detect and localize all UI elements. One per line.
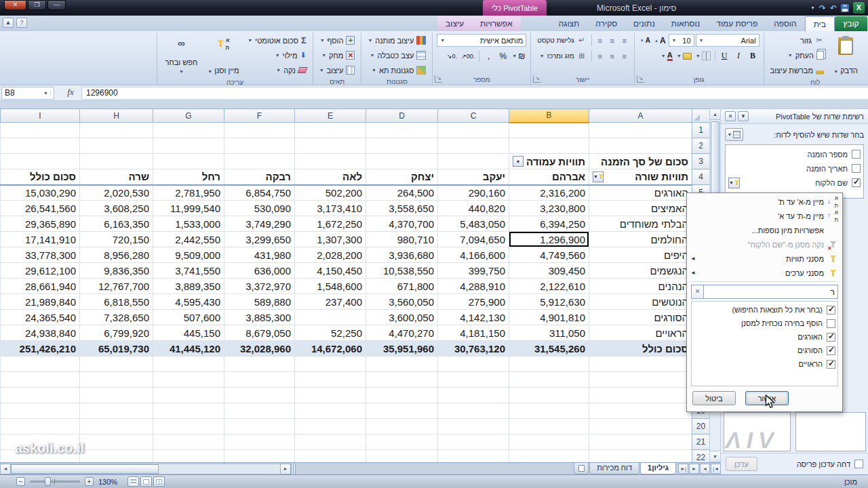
cell-I2[interactable] <box>1 138 80 154</box>
column-header-E[interactable]: E <box>295 109 366 123</box>
cell-B19[interactable] <box>509 403 589 419</box>
cell-H16[interactable] <box>80 357 153 372</box>
cancel-button[interactable]: ביטול <box>692 391 736 405</box>
field-checkbox-1[interactable] <box>852 164 861 173</box>
tab-view[interactable]: תצוגה <box>551 16 588 31</box>
row-labels-area-box[interactable] <box>795 412 866 451</box>
tab-review[interactable]: סקירה <box>587 16 625 31</box>
scroll-left-button[interactable]: ◄ <box>0 464 11 474</box>
column-labels-filter-button[interactable]: ▼ <box>513 156 524 167</box>
cell-H3[interactable] <box>80 154 153 169</box>
cell-E10[interactable]: 4,150,450 <box>295 263 366 279</box>
tab-scroll-next[interactable]: ► <box>689 464 699 474</box>
tab-scroll-first[interactable]: |◄ <box>711 464 721 474</box>
cell-E17[interactable] <box>295 372 366 388</box>
cell-D4[interactable]: יצחק <box>366 169 438 185</box>
cell-C18[interactable] <box>438 388 509 403</box>
cell-D3[interactable] <box>366 154 438 169</box>
cell-H10[interactable]: 9,836,350 <box>80 263 153 279</box>
cell-E6[interactable]: 3,173,410 <box>295 201 366 216</box>
insert-cells-button[interactable]: +הוסף▼ <box>317 34 357 47</box>
cell-B5[interactable]: 2,316,200 <box>509 185 589 201</box>
percent-style-button[interactable]: % <box>496 49 509 62</box>
checklist-checkbox-1[interactable] <box>827 319 835 328</box>
checklist-item-1[interactable]: הוסף בחירה נוכחית למסנן <box>694 317 835 330</box>
cell-E22[interactable] <box>295 450 366 463</box>
tab-file[interactable]: קובץ <box>835 16 867 31</box>
column-header-F[interactable]: F <box>224 109 295 123</box>
close-button[interactable]: ✕ <box>4 0 26 10</box>
zoom-out-button[interactable]: − <box>16 477 25 486</box>
column-header-C[interactable]: C <box>438 109 509 123</box>
menu-item-sort-z-to-a[interactable]: את↑מיין מ-ת' עד א' <box>688 209 841 223</box>
cell-D15[interactable]: 35,951,960 <box>366 341 438 357</box>
find-select-button[interactable]: ∞ חפש ובחר ▼ <box>161 34 201 77</box>
fill-button[interactable]: ⬇מילוי▼ <box>245 49 308 62</box>
tab-page-layout[interactable]: פריסת עמוד <box>708 16 766 31</box>
field-item-1[interactable]: תאריך הזמנה <box>728 161 861 176</box>
cell-G11[interactable]: 3,889,350 <box>153 279 224 294</box>
cell-H18[interactable] <box>80 388 153 403</box>
cell-G3[interactable] <box>153 154 224 169</box>
cell-F7[interactable]: 3,749,290 <box>224 216 295 232</box>
cell-A1[interactable] <box>589 123 692 138</box>
cell-H6[interactable]: 3,608,250 <box>80 201 153 216</box>
font-color-button[interactable]: A▼ <box>660 49 674 62</box>
cell-I10[interactable]: 29,612,100 <box>1 263 80 279</box>
cell-C3[interactable] <box>438 154 509 169</box>
menu-item-label-filters[interactable]: מסנני תוויות◄ <box>688 251 841 266</box>
cell-A19[interactable] <box>589 403 692 419</box>
undo-button[interactable]: ↶ <box>830 4 837 12</box>
cell-E12[interactable]: 237,400 <box>295 294 366 310</box>
zoom-level[interactable]: 130% <box>98 478 117 486</box>
clear-search-icon[interactable]: ✕ <box>691 285 704 299</box>
menu-item-value-filters[interactable]: מסנני ערכים◄ <box>688 266 841 280</box>
cell-D8[interactable]: 980,710 <box>366 232 438 247</box>
comma-style-button[interactable]: , <box>482 49 495 62</box>
restore-button[interactable]: ❐ <box>28 0 46 10</box>
cell-F17[interactable] <box>224 372 295 388</box>
cell-F14[interactable]: 8,679,050 <box>224 325 295 341</box>
format-cells-button[interactable]: עיצוב▼ <box>317 64 357 77</box>
cell-G20[interactable] <box>153 419 224 434</box>
checklist-checkbox-4[interactable] <box>827 360 835 369</box>
cell-G13[interactable]: 507,600 <box>153 310 224 325</box>
field-checkbox-2[interactable] <box>852 178 861 187</box>
scroll-down-button[interactable]: ▼ <box>710 451 720 462</box>
cell-I1[interactable] <box>1 123 80 138</box>
cell-D21[interactable] <box>366 434 438 450</box>
checklist-item-0[interactable]: (בחר את כל תוצאות החיפוש) <box>694 303 835 317</box>
cell-A8[interactable]: החולמים <box>589 232 692 247</box>
cell-A5[interactable]: האורגים <box>589 185 692 201</box>
cell-G2[interactable] <box>153 138 224 154</box>
row-header-1[interactable]: 1 <box>692 123 710 138</box>
horizontal-scroll-track[interactable] <box>11 464 280 474</box>
cell-D16[interactable] <box>366 357 438 372</box>
shrink-font-button[interactable]: A▼ <box>639 34 652 47</box>
cell-C8[interactable]: 7,094,650 <box>438 232 509 247</box>
cell-I3[interactable] <box>1 154 80 169</box>
column-header-A[interactable]: A <box>589 109 692 123</box>
cell-F16[interactable] <box>224 357 295 372</box>
filter-search-input[interactable] <box>704 285 838 299</box>
row-header-2[interactable]: 2 <box>692 138 710 154</box>
bold-button[interactable]: B <box>747 49 760 62</box>
number-format-select[interactable]: מותאם אישית▼ <box>437 34 526 47</box>
cell-I4[interactable]: סכום כולל <box>1 169 80 185</box>
tab-formulas[interactable]: נוסחאות <box>663 16 708 31</box>
save-icon[interactable] <box>841 4 849 12</box>
tab-insert[interactable]: הוספה <box>766 16 804 31</box>
tab-scroll-last[interactable]: ►| <box>678 464 688 474</box>
cell-B11[interactable]: 2,122,610 <box>509 279 589 294</box>
cell-B1[interactable] <box>509 123 589 138</box>
format-as-table-button[interactable]: עצב כטבלה▼ <box>366 49 428 62</box>
name-box[interactable]: B8▼ <box>1 87 54 100</box>
cell-E13[interactable] <box>295 310 366 325</box>
fill-color-button[interactable]: ▼ <box>675 49 693 62</box>
cell-E2[interactable] <box>295 138 366 154</box>
cell-B17[interactable] <box>509 372 589 388</box>
paste-button[interactable]: הדבק ▼ <box>829 34 863 77</box>
cell-I18[interactable] <box>1 388 80 403</box>
cell-B18[interactable] <box>509 388 589 403</box>
cell-A15[interactable]: סכום כולל <box>589 341 692 357</box>
